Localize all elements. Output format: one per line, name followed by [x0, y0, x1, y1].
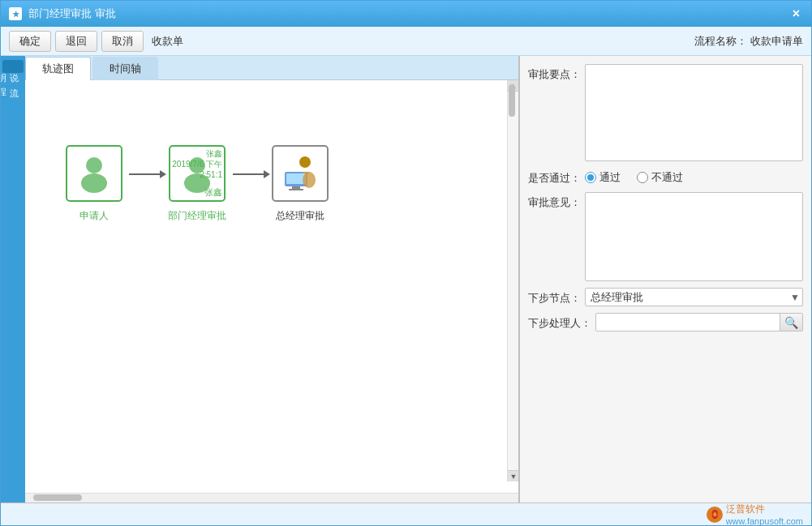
scroll-thumb-h[interactable]: [33, 494, 82, 501]
arrow-1: [129, 173, 161, 175]
sidebar-tab-track[interactable]: 说明: [2, 60, 24, 73]
diagram-panel: 轨迹图 时间轴: [25, 56, 519, 502]
arrow-line-1: [129, 173, 161, 175]
main-area: 说明 流程说明 轨迹图 时间轴: [1, 56, 811, 502]
logo-name: 泛普软件: [726, 503, 765, 515]
title-bar: ★ 部门经理审批 审批 ×: [1, 1, 811, 27]
next-node-label: 下步节点：: [528, 288, 581, 306]
node-label-dept-mgr: 部门经理审批: [168, 209, 226, 223]
flow-node-applicant: 申请人: [66, 145, 122, 223]
svg-rect-10: [303, 172, 309, 173]
svg-point-0: [86, 157, 102, 173]
left-sidebar: 说明 流程说明: [1, 56, 25, 502]
node-label-applicant: 申请人: [79, 209, 109, 223]
diagram-wrapper: 申请人 张鑫: [25, 80, 518, 502]
node-label-gm: 总经理审批: [276, 209, 324, 223]
svg-rect-8: [289, 189, 303, 190]
logo-icon: 🏮: [707, 507, 723, 523]
scroll-down-btn[interactable]: ▼: [508, 470, 518, 481]
svg-point-1: [81, 173, 107, 193]
logo-url: www.fanpusoft.com: [726, 516, 803, 526]
window-icon: ★: [9, 7, 22, 20]
diagram-inner: 申请人 张鑫: [25, 80, 518, 493]
next-handler-row: 下步处理人： 🔍: [528, 313, 803, 331]
toolbar: 确定 退回 取消 收款单 流程名称： 收款申请单: [1, 27, 811, 56]
radio-pass[interactable]: 通过: [585, 170, 621, 185]
svg-rect-7: [292, 186, 300, 189]
diagram-content[interactable]: 申请人 张鑫: [25, 80, 518, 239]
main-window: ★ 部门经理审批 审批 × 确定 退回 取消 收款单 流程名称： 收款申请单 说…: [0, 0, 812, 526]
back-button[interactable]: 退回: [55, 31, 97, 52]
sidebar-tab-detail[interactable]: 流程说明: [2, 75, 24, 88]
flow-name-prefix: 流程名称：: [694, 35, 747, 47]
next-handler-input-group: 🔍: [595, 313, 803, 331]
next-handler-label: 下步处理人：: [528, 313, 591, 331]
flow-diagram: 申请人 张鑫: [66, 145, 502, 223]
node-box-applicant: [66, 145, 122, 202]
arrow-line-2: [233, 173, 265, 175]
confirm-button[interactable]: 确定: [9, 31, 51, 52]
scroll-thumb-v[interactable]: [509, 84, 515, 117]
approval-points-label: 审批要点：: [528, 64, 581, 82]
radio-circle-fail[interactable]: [637, 172, 648, 183]
flow-name: 流程名称： 收款申请单: [694, 34, 803, 49]
person-icon-applicant: [75, 154, 114, 193]
dept-mgr-name: 张鑫: [206, 149, 222, 158]
approval-opinion-row: 审批意见：: [528, 192, 803, 281]
pass-fail-row: 是否通过： 通过 不通过: [528, 168, 803, 186]
tab-timeline[interactable]: 时间轴: [92, 57, 158, 80]
horizontal-scrollbar[interactable]: [25, 493, 518, 502]
tab-track[interactable]: 轨迹图: [25, 57, 91, 80]
content-area: 轨迹图 时间轴: [25, 56, 811, 502]
title-bar-left: ★ 部门经理审批 审批: [9, 6, 116, 21]
logo-area: 🏮 泛普软件 www.fanpusoft.com: [707, 502, 803, 526]
flow-node-gm: 总经理审批: [272, 145, 329, 223]
approval-points-row: 审批要点：: [528, 64, 803, 161]
node-box-gm: [272, 145, 329, 202]
dept-mgr-name-bottom: 张鑫: [204, 186, 222, 199]
bottom-bar: 🏮 泛普软件 www.fanpusoft.com: [1, 502, 811, 525]
pass-label-text: 通过: [599, 170, 621, 185]
node-box-dept-mgr: 张鑫 2019/7/6 下午2:51:1 张鑫: [169, 145, 226, 202]
pass-fail-label: 是否通过：: [528, 168, 581, 186]
next-node-row: 下步节点： 总经理审批 ▼: [528, 288, 803, 306]
doc-type-label: 收款单: [152, 34, 183, 49]
fail-label-text: 不通过: [651, 170, 683, 185]
flow-node-dept-mgr: 张鑫 2019/7/6 下午2:51:1 张鑫: [168, 145, 226, 223]
radio-group: 通过 不通过: [585, 168, 683, 185]
approval-points-textarea[interactable]: [585, 64, 803, 161]
close-button[interactable]: ×: [789, 7, 803, 20]
next-node-select-wrapper: 总经理审批 ▼: [585, 288, 803, 306]
arrow-2: [233, 173, 265, 175]
flow-name-value: 收款申请单: [750, 35, 803, 47]
vertical-scrollbar[interactable]: ▲ ▼: [507, 80, 518, 481]
next-node-select[interactable]: 总经理审批: [585, 288, 803, 306]
radio-circle-pass[interactable]: [585, 172, 596, 183]
right-panel: 审批要点： 是否通过： 通过: [519, 56, 811, 502]
radio-fail[interactable]: 不通过: [637, 170, 683, 185]
window-title: 部门经理审批 审批: [28, 6, 116, 21]
approval-opinion-textarea[interactable]: [585, 192, 803, 281]
approval-opinion-label: 审批意见：: [528, 192, 581, 210]
svg-point-4: [299, 156, 311, 168]
node-info-dept-mgr: 张鑫 2019/7/6 下午2:51:1: [170, 148, 222, 180]
logo-text-group: 泛普软件 www.fanpusoft.com: [726, 502, 803, 526]
tab-bar: 轨迹图 时间轴: [25, 56, 518, 80]
next-handler-input[interactable]: [596, 314, 780, 331]
radio-dot-pass: [587, 174, 594, 181]
cancel-button[interactable]: 取消: [101, 31, 144, 52]
dept-mgr-date: 2019/7/6 下午2:51:1: [172, 160, 222, 179]
svg-point-9: [303, 172, 316, 188]
handler-search-button[interactable]: 🔍: [780, 314, 802, 331]
person-icon-gm: [281, 154, 320, 193]
